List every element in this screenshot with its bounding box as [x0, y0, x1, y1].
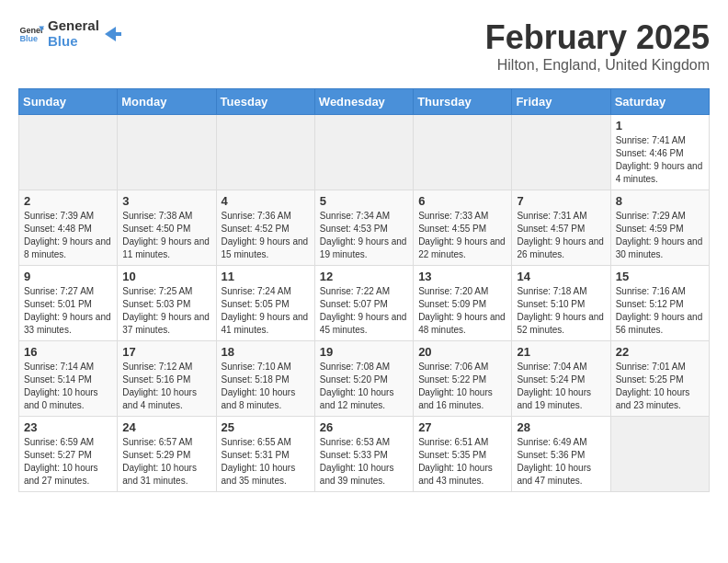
day-info: Sunrise: 7:22 AMSunset: 5:07 PMDaylight:…: [320, 285, 408, 337]
day-number: 25: [222, 420, 310, 434]
cell-week2-day5: 7Sunrise: 7:31 AMSunset: 4:57 PMDaylight…: [512, 190, 610, 266]
day-info: Sunrise: 7:39 AMSunset: 4:48 PMDaylight:…: [24, 210, 112, 261]
logo: General Blue General Blue: [18, 18, 121, 49]
cell-week2-day2: 4Sunrise: 7:36 AMSunset: 4:52 PMDaylight…: [216, 190, 314, 266]
cell-week3-day6: 15Sunrise: 7:16 AMSunset: 5:12 PMDayligh…: [610, 266, 709, 341]
day-number: 9: [24, 270, 112, 283]
week-row-5: 23Sunrise: 6:59 AMSunset: 5:27 PMDayligh…: [19, 417, 710, 492]
day-info: Sunrise: 7:25 AMSunset: 5:03 PMDaylight:…: [122, 285, 210, 337]
cell-week1-day2: [216, 115, 314, 190]
cell-week2-day1: 3Sunrise: 7:38 AMSunset: 4:50 PMDaylight…: [118, 190, 216, 266]
cell-week1-day6: 1Sunrise: 7:41 AMSunset: 4:46 PMDaylight…: [610, 115, 709, 190]
cell-week5-day1: 24Sunrise: 6:57 AMSunset: 5:29 PMDayligh…: [118, 417, 216, 492]
location-title: Hilton, England, United Kingdom: [485, 57, 710, 74]
day-info: Sunrise: 6:53 AMSunset: 5:33 PMDaylight:…: [320, 436, 408, 488]
cell-week5-day4: 27Sunrise: 6:51 AMSunset: 5:35 PMDayligh…: [414, 417, 512, 492]
header-friday: Friday: [512, 89, 610, 115]
week-row-1: 1Sunrise: 7:41 AMSunset: 4:46 PMDaylight…: [19, 115, 710, 190]
cell-week5-day0: 23Sunrise: 6:59 AMSunset: 5:27 PMDayligh…: [19, 417, 118, 492]
cell-week4-day2: 18Sunrise: 7:10 AMSunset: 5:18 PMDayligh…: [216, 341, 314, 417]
day-number: 7: [517, 194, 605, 208]
cell-week2-day3: 5Sunrise: 7:34 AMSunset: 4:53 PMDaylight…: [314, 190, 413, 266]
day-number: 13: [418, 270, 506, 283]
day-number: 27: [418, 420, 506, 434]
day-info: Sunrise: 7:12 AMSunset: 5:16 PMDaylight:…: [122, 361, 210, 412]
day-number: 17: [122, 345, 210, 359]
day-info: Sunrise: 7:18 AMSunset: 5:10 PMDaylight:…: [517, 285, 605, 337]
day-info: Sunrise: 7:10 AMSunset: 5:18 PMDaylight:…: [222, 361, 310, 412]
day-number: 5: [320, 194, 408, 208]
page-header: General Blue General Blue February 2025 …: [18, 18, 710, 74]
cell-week4-day4: 20Sunrise: 7:06 AMSunset: 5:22 PMDayligh…: [414, 341, 512, 417]
cell-week2-day4: 6Sunrise: 7:33 AMSunset: 4:55 PMDaylight…: [414, 190, 512, 266]
day-number: 23: [24, 420, 112, 434]
cell-week4-day0: 16Sunrise: 7:14 AMSunset: 5:14 PMDayligh…: [19, 341, 118, 417]
logo-icon: General Blue: [18, 21, 44, 47]
week-row-2: 2Sunrise: 7:39 AMSunset: 4:48 PMDaylight…: [19, 190, 710, 266]
cell-week1-day5: [512, 115, 610, 190]
month-title: February 2025: [485, 18, 710, 57]
day-info: Sunrise: 7:34 AMSunset: 4:53 PMDaylight:…: [320, 210, 408, 261]
day-number: 3: [122, 194, 210, 208]
header-saturday: Saturday: [610, 89, 709, 115]
logo-arrow-icon: [103, 25, 121, 43]
cell-week3-day4: 13Sunrise: 7:20 AMSunset: 5:09 PMDayligh…: [414, 266, 512, 341]
day-number: 26: [320, 420, 408, 434]
day-info: Sunrise: 7:41 AMSunset: 4:46 PMDaylight:…: [616, 134, 704, 186]
day-info: Sunrise: 7:06 AMSunset: 5:22 PMDaylight:…: [418, 361, 506, 412]
header-sunday: Sunday: [19, 89, 118, 115]
day-number: 28: [517, 420, 605, 434]
day-number: 18: [222, 345, 310, 359]
day-info: Sunrise: 6:59 AMSunset: 5:27 PMDaylight:…: [24, 436, 112, 488]
day-info: Sunrise: 6:51 AMSunset: 5:35 PMDaylight:…: [418, 436, 506, 488]
day-number: 8: [616, 194, 704, 208]
cell-week4-day1: 17Sunrise: 7:12 AMSunset: 5:16 PMDayligh…: [118, 341, 216, 417]
day-info: Sunrise: 7:33 AMSunset: 4:55 PMDaylight:…: [418, 210, 506, 261]
day-info: Sunrise: 7:08 AMSunset: 5:20 PMDaylight:…: [320, 361, 408, 412]
week-row-3: 9Sunrise: 7:27 AMSunset: 5:01 PMDaylight…: [19, 266, 710, 341]
week-row-4: 16Sunrise: 7:14 AMSunset: 5:14 PMDayligh…: [19, 341, 710, 417]
logo-blue-text: Blue: [48, 34, 99, 50]
day-number: 6: [418, 194, 506, 208]
svg-marker-3: [105, 27, 121, 41]
day-info: Sunrise: 7:27 AMSunset: 5:01 PMDaylight:…: [24, 285, 112, 337]
day-number: 19: [320, 345, 408, 359]
day-info: Sunrise: 6:57 AMSunset: 5:29 PMDaylight:…: [122, 436, 210, 488]
day-number: 10: [122, 270, 210, 283]
day-number: 20: [418, 345, 506, 359]
day-number: 22: [616, 345, 704, 359]
cell-week4-day6: 22Sunrise: 7:01 AMSunset: 5:25 PMDayligh…: [610, 341, 709, 417]
day-info: Sunrise: 7:24 AMSunset: 5:05 PMDaylight:…: [222, 285, 310, 337]
day-number: 15: [616, 270, 704, 283]
cell-week5-day2: 25Sunrise: 6:55 AMSunset: 5:31 PMDayligh…: [216, 417, 314, 492]
header-monday: Monday: [118, 89, 216, 115]
day-number: 4: [222, 194, 310, 208]
day-number: 16: [24, 345, 112, 359]
day-info: Sunrise: 7:20 AMSunset: 5:09 PMDaylight:…: [418, 285, 506, 337]
day-info: Sunrise: 7:04 AMSunset: 5:24 PMDaylight:…: [517, 361, 605, 412]
cell-week3-day3: 12Sunrise: 7:22 AMSunset: 5:07 PMDayligh…: [314, 266, 413, 341]
logo-general-text: General: [48, 18, 99, 34]
day-number: 12: [320, 270, 408, 283]
day-info: Sunrise: 7:16 AMSunset: 5:12 PMDaylight:…: [616, 285, 704, 337]
cell-week4-day5: 21Sunrise: 7:04 AMSunset: 5:24 PMDayligh…: [512, 341, 610, 417]
day-number: 24: [122, 420, 210, 434]
day-info: Sunrise: 6:55 AMSunset: 5:31 PMDaylight:…: [222, 436, 310, 488]
cell-week5-day3: 26Sunrise: 6:53 AMSunset: 5:33 PMDayligh…: [314, 417, 413, 492]
day-number: 11: [222, 270, 310, 283]
cell-week3-day5: 14Sunrise: 7:18 AMSunset: 5:10 PMDayligh…: [512, 266, 610, 341]
svg-text:Blue: Blue: [19, 34, 38, 43]
cell-week1-day3: [314, 115, 413, 190]
day-info: Sunrise: 7:14 AMSunset: 5:14 PMDaylight:…: [24, 361, 112, 412]
cell-week3-day0: 9Sunrise: 7:27 AMSunset: 5:01 PMDaylight…: [19, 266, 118, 341]
day-number: 2: [24, 194, 112, 208]
title-area: February 2025 Hilton, England, United Ki…: [485, 18, 710, 74]
cell-week3-day2: 11Sunrise: 7:24 AMSunset: 5:05 PMDayligh…: [216, 266, 314, 341]
day-number: 14: [517, 270, 605, 283]
day-number: 21: [517, 345, 605, 359]
day-info: Sunrise: 7:38 AMSunset: 4:50 PMDaylight:…: [122, 210, 210, 261]
day-info: Sunrise: 7:01 AMSunset: 5:25 PMDaylight:…: [616, 361, 704, 412]
cell-week5-day5: 28Sunrise: 6:49 AMSunset: 5:36 PMDayligh…: [512, 417, 610, 492]
cell-week1-day0: [19, 115, 118, 190]
cell-week3-day1: 10Sunrise: 7:25 AMSunset: 5:03 PMDayligh…: [118, 266, 216, 341]
